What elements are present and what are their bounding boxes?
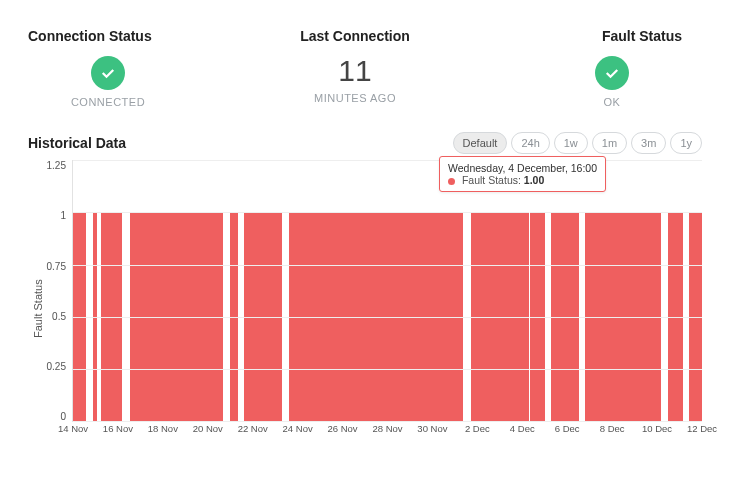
y-tick: 0.75 xyxy=(44,261,66,272)
fault-status-title: Fault Status xyxy=(464,28,682,44)
check-icon xyxy=(91,56,125,90)
range-button-default[interactable]: Default xyxy=(453,132,508,154)
y-tick: 0.25 xyxy=(44,361,66,372)
tooltip-series-label: Fault Status: xyxy=(462,174,521,186)
x-tick: 24 Nov xyxy=(283,423,313,434)
x-tick: 14 Nov xyxy=(58,423,88,434)
grid-line xyxy=(73,265,702,266)
connection-status-title: Connection Status xyxy=(28,28,246,44)
check-icon xyxy=(595,56,629,90)
y-tick: 1 xyxy=(44,210,66,221)
tooltip: Wednesday, 4 December, 16:00 Fault Statu… xyxy=(439,156,606,192)
y-axis: 1.2510.750.50.250 xyxy=(44,160,72,440)
tooltip-value: 1.00 xyxy=(524,174,544,186)
historical-title: Historical Data xyxy=(28,135,126,151)
x-tick: 12 Dec xyxy=(687,423,717,434)
x-tick: 16 Nov xyxy=(103,423,133,434)
range-button-3m[interactable]: 3m xyxy=(631,132,666,154)
last-connection-title: Last Connection xyxy=(246,28,464,44)
grid-line xyxy=(73,212,702,213)
grid-line xyxy=(73,317,702,318)
fault-status-card: Fault Status OK xyxy=(464,28,702,108)
tooltip-cursor-line xyxy=(529,160,530,421)
connection-status-card: Connection Status CONNECTED xyxy=(28,28,246,108)
x-axis: 14 Nov16 Nov18 Nov20 Nov22 Nov24 Nov26 N… xyxy=(73,421,702,439)
range-button-1w[interactable]: 1w xyxy=(554,132,588,154)
range-button-1y[interactable]: 1y xyxy=(670,132,702,154)
grid-line xyxy=(73,160,702,161)
x-tick: 4 Dec xyxy=(510,423,535,434)
last-connection-sub: MINUTES AGO xyxy=(314,92,396,104)
fault-status-sub: OK xyxy=(604,96,621,108)
x-tick: 6 Dec xyxy=(555,423,580,434)
x-tick: 8 Dec xyxy=(600,423,625,434)
range-button-24h[interactable]: 24h xyxy=(511,132,549,154)
plot-area[interactable]: Wednesday, 4 December, 16:00 Fault Statu… xyxy=(72,160,702,422)
x-tick: 28 Nov xyxy=(372,423,402,434)
historical-header: Historical Data Default24h1w1m3m1y xyxy=(28,132,702,154)
tooltip-dot-icon xyxy=(448,178,455,185)
grid-line xyxy=(73,369,702,370)
y-tick: 0 xyxy=(44,411,66,422)
x-tick: 20 Nov xyxy=(193,423,223,434)
x-tick: 22 Nov xyxy=(238,423,268,434)
y-tick: 1.25 xyxy=(44,160,66,171)
x-tick: 26 Nov xyxy=(328,423,358,434)
grid-line xyxy=(73,421,702,422)
last-connection-value: 11 xyxy=(338,56,371,86)
range-button-1m[interactable]: 1m xyxy=(592,132,627,154)
connection-status-sub: CONNECTED xyxy=(71,96,145,108)
tooltip-date: Wednesday, 4 December, 16:00 xyxy=(448,162,597,174)
historical-chart[interactable]: Fault Status 1.2510.750.50.250 Wednesday… xyxy=(28,160,702,440)
last-connection-card: Last Connection 11 MINUTES AGO xyxy=(246,28,464,108)
x-tick: 30 Nov xyxy=(417,423,447,434)
y-tick: 0.5 xyxy=(44,311,66,322)
x-tick: 18 Nov xyxy=(148,423,178,434)
range-toggle-group: Default24h1w1m3m1y xyxy=(453,132,702,154)
y-axis-label: Fault Status xyxy=(28,160,44,440)
x-tick: 10 Dec xyxy=(642,423,672,434)
status-row: Connection Status CONNECTED Last Connect… xyxy=(28,28,702,108)
x-tick: 2 Dec xyxy=(465,423,490,434)
